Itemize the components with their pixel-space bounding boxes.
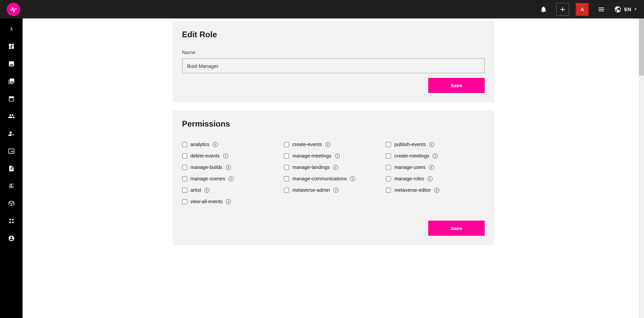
logo-pulse-icon xyxy=(10,6,17,13)
permission-create-meetings: create-meetingsi xyxy=(386,150,484,162)
permission-label: manage-scenes xyxy=(191,176,225,181)
sidebar-item-scenes[interactable] xyxy=(6,147,16,155)
info-icon[interactable]: i xyxy=(429,142,434,147)
person-check-icon xyxy=(8,130,15,137)
permission-label: manage-roles xyxy=(394,176,424,181)
info-icon[interactable]: i xyxy=(226,165,231,170)
image-icon xyxy=(8,60,15,67)
role-name-label: Name xyxy=(182,49,485,55)
info-icon[interactable]: i xyxy=(213,142,218,147)
info-icon[interactable]: i xyxy=(325,142,330,147)
permission-checkbox-metaverse-admin[interactable] xyxy=(284,188,289,193)
sidebar-item-account[interactable] xyxy=(6,234,16,243)
permission-label: view-all-events xyxy=(191,199,223,204)
sidebar-item-docs[interactable] xyxy=(6,164,16,173)
permission-label: manage-communications xyxy=(292,176,347,181)
info-icon[interactable]: i xyxy=(350,176,355,181)
permissions-grid: analyticsicreate-eventsipublish-eventsid… xyxy=(182,139,485,207)
permission-label: metaverse-editor xyxy=(394,187,431,193)
avatar-button[interactable]: A xyxy=(576,3,589,16)
sidebar-expand[interactable] xyxy=(6,25,16,33)
save-role-button[interactable]: Save xyxy=(428,78,484,93)
edit-role-card: Edit Role Name Save xyxy=(173,21,494,102)
permission-label: metaverse-admin xyxy=(292,187,330,193)
permission-checkbox-manage-builds[interactable] xyxy=(182,165,187,170)
permission-manage-scenes: manage-scenesi xyxy=(182,173,281,184)
role-name-input[interactable] xyxy=(182,58,485,73)
topbar: A EN ▼ xyxy=(0,0,644,18)
plus-icon xyxy=(559,6,566,13)
permission-checkbox-artist[interactable] xyxy=(182,188,187,193)
info-icon[interactable]: i xyxy=(229,176,234,181)
info-icon[interactable]: i xyxy=(434,188,439,193)
info-icon[interactable]: i xyxy=(428,176,433,181)
edit-role-title: Edit Role xyxy=(182,30,485,39)
cube-icon xyxy=(8,200,15,207)
sidebar-item-apps[interactable] xyxy=(6,217,16,225)
permission-checkbox-manage-scenes[interactable] xyxy=(182,176,187,181)
info-icon[interactable]: i xyxy=(433,153,438,158)
permission-checkbox-view-all-events[interactable] xyxy=(182,199,187,204)
topbar-actions: A EN ▼ xyxy=(537,3,637,16)
permission-label: manage-users xyxy=(394,165,426,170)
permission-label: manage-landings xyxy=(292,165,330,170)
permission-publish-events: publish-eventsi xyxy=(386,139,484,150)
permission-checkbox-manage-roles[interactable] xyxy=(386,176,391,181)
permission-view-all-events: view-all-eventsi xyxy=(182,196,281,207)
info-icon[interactable]: i xyxy=(223,153,228,158)
picture-icon xyxy=(8,148,15,154)
language-switcher[interactable]: EN ▼ xyxy=(614,6,637,13)
permission-checkbox-delete-events[interactable] xyxy=(182,153,187,158)
info-icon[interactable]: i xyxy=(204,188,209,193)
scrollbar-thumb[interactable] xyxy=(639,18,644,76)
users-icon xyxy=(8,113,15,120)
info-icon[interactable]: i xyxy=(429,165,434,170)
permission-manage-users: manage-usersi xyxy=(386,162,484,173)
notifications-button[interactable] xyxy=(537,3,550,15)
permission-delete-events: delete-eventsi xyxy=(182,150,281,162)
info-icon[interactable]: i xyxy=(333,188,338,193)
sidebar-item-roles[interactable] xyxy=(6,129,16,138)
permission-manage-meetings: manage-meetingsi xyxy=(284,150,383,162)
permission-label: artist xyxy=(191,187,201,193)
chevron-down-icon: ▼ xyxy=(634,7,637,11)
permission-checkbox-publish-events[interactable] xyxy=(386,142,391,147)
sidebar-item-analytics[interactable] xyxy=(6,182,16,190)
logo[interactable] xyxy=(7,3,20,16)
permissions-actions: Save xyxy=(182,221,485,236)
save-permissions-button[interactable]: Save xyxy=(428,221,484,236)
add-button[interactable] xyxy=(556,3,569,16)
analytics-icon xyxy=(8,183,15,189)
permission-label: publish-events xyxy=(394,142,426,147)
permission-checkbox-manage-communications[interactable] xyxy=(284,176,289,181)
sidebar-item-builds[interactable] xyxy=(6,199,16,208)
permission-metaverse-admin: metaverse-admini xyxy=(284,184,383,196)
permission-analytics: analyticsi xyxy=(182,139,281,150)
permission-checkbox-analytics[interactable] xyxy=(182,142,187,147)
permission-manage-landings: manage-landingsi xyxy=(284,162,383,173)
sidebar-item-users[interactable] xyxy=(6,112,16,121)
language-label: EN xyxy=(624,6,631,12)
permission-checkbox-manage-meetings[interactable] xyxy=(284,153,289,158)
info-icon[interactable]: i xyxy=(226,199,231,204)
sidebar-item-events[interactable] xyxy=(6,94,16,103)
permission-label: analytics xyxy=(191,142,209,147)
info-icon[interactable]: i xyxy=(333,165,338,170)
sidebar-item-gallery[interactable] xyxy=(6,77,16,86)
collections-icon xyxy=(8,78,15,85)
dashboard-icon xyxy=(8,43,15,50)
menu-button[interactable] xyxy=(595,3,607,15)
info-icon[interactable]: i xyxy=(335,153,340,158)
permissions-card: Permissions analyticsicreate-eventsipubl… xyxy=(173,110,494,245)
permission-checkbox-metaverse-editor[interactable] xyxy=(386,188,391,193)
document-icon xyxy=(8,165,15,172)
sidebar-item-dashboard[interactable] xyxy=(6,42,16,51)
permission-checkbox-manage-users[interactable] xyxy=(386,165,391,170)
permission-checkbox-create-meetings[interactable] xyxy=(386,153,391,158)
permission-checkbox-create-events[interactable] xyxy=(284,142,289,147)
permission-checkbox-manage-landings[interactable] xyxy=(284,165,289,170)
sidebar-item-media[interactable] xyxy=(6,59,16,68)
permissions-title: Permissions xyxy=(182,119,485,129)
avatar-letter: A xyxy=(580,6,584,12)
permission-label: create-events xyxy=(292,142,322,147)
